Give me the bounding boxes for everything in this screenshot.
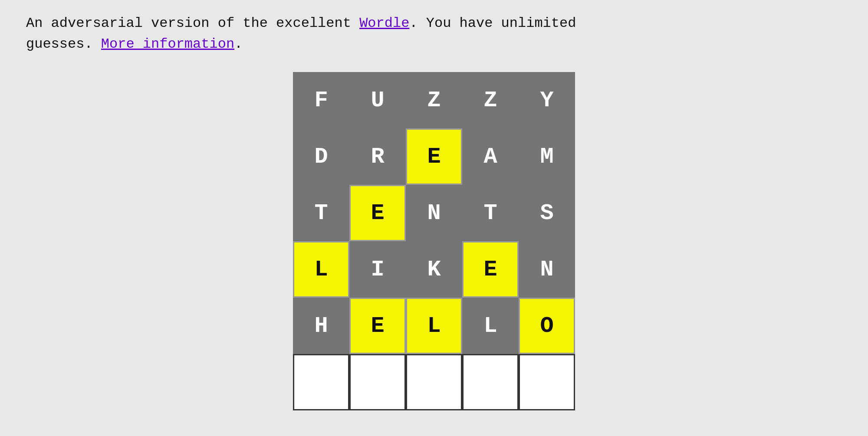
tile-r3-c0: L bbox=[293, 241, 349, 298]
tile-r2-c0: T bbox=[293, 185, 349, 241]
tile-r3-c3: E bbox=[462, 241, 519, 298]
intro-line2: guesses. More information. bbox=[26, 36, 243, 52]
intro-text: An adversarial version of the excellent … bbox=[26, 13, 677, 55]
board-row: LIKEN bbox=[293, 241, 575, 298]
board-row: FUZZY bbox=[293, 72, 575, 128]
tile-r5-c4[interactable] bbox=[519, 354, 575, 410]
tile-r2-c3: T bbox=[462, 185, 519, 241]
tile-r1-c3: A bbox=[462, 128, 519, 185]
game-board: FUZZYDREAMTENTSLIKENHELLO bbox=[293, 72, 575, 410]
more-info-link[interactable]: More information bbox=[101, 36, 234, 52]
tile-r5-c0[interactable] bbox=[293, 354, 349, 410]
tile-r1-c4: M bbox=[519, 128, 575, 185]
tile-r3-c1: I bbox=[349, 241, 406, 298]
board-row bbox=[293, 354, 575, 410]
tile-r4-c0: H bbox=[293, 298, 349, 354]
tile-r2-c1: E bbox=[349, 185, 406, 241]
board-row: DREAM bbox=[293, 128, 575, 185]
tile-r1-c2: E bbox=[406, 128, 462, 185]
board-row: TENTS bbox=[293, 185, 575, 241]
wordle-link[interactable]: Wordle bbox=[359, 15, 409, 31]
tile-r2-c2: N bbox=[406, 185, 462, 241]
tile-r1-c1: R bbox=[349, 128, 406, 185]
tile-r5-c3[interactable] bbox=[462, 354, 519, 410]
tile-r1-c0: D bbox=[293, 128, 349, 185]
tile-r4-c2: L bbox=[406, 298, 462, 354]
tile-r0-c1: U bbox=[349, 72, 406, 128]
tile-r0-c3: Z bbox=[462, 72, 519, 128]
tile-r3-c2: K bbox=[406, 241, 462, 298]
tile-r2-c4: S bbox=[519, 185, 575, 241]
tile-r0-c2: Z bbox=[406, 72, 462, 128]
tile-r5-c1[interactable] bbox=[349, 354, 406, 410]
tile-r5-c2[interactable] bbox=[406, 354, 462, 410]
game-board-container: FUZZYDREAMTENTSLIKENHELLO bbox=[26, 72, 842, 410]
tile-r3-c4: N bbox=[519, 241, 575, 298]
intro-line1: An adversarial version of the excellent … bbox=[26, 15, 576, 31]
tile-r4-c1: E bbox=[349, 298, 406, 354]
tile-r4-c4: O bbox=[519, 298, 575, 354]
board-row: HELLO bbox=[293, 298, 575, 354]
tile-r0-c0: F bbox=[293, 72, 349, 128]
tile-r0-c4: Y bbox=[519, 72, 575, 128]
tile-r4-c3: L bbox=[462, 298, 519, 354]
